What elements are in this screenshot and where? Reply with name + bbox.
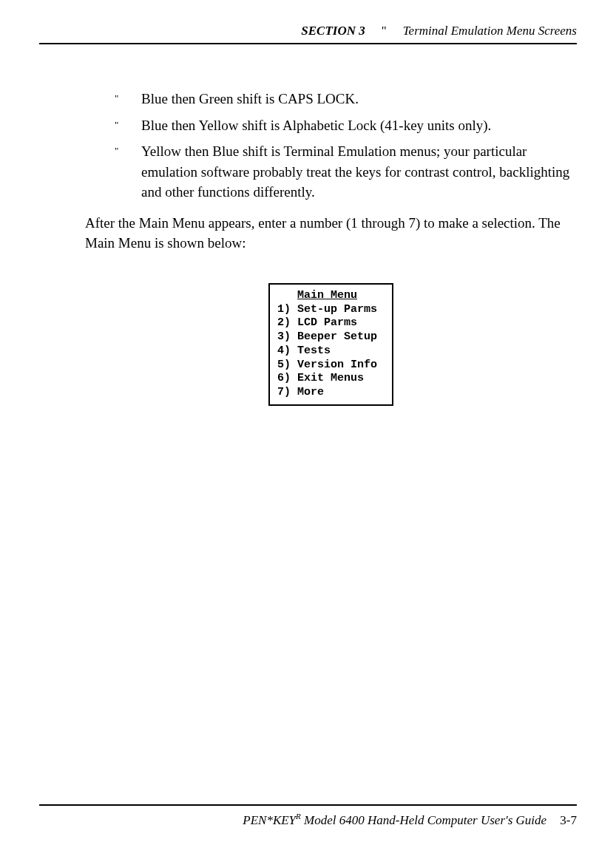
page-header: SECTION 3 " Terminal Emulation Menu Scre… [39,24,577,44]
menu-item: 2) LCD Parms [277,316,377,330]
page-footer: PEN*KEYR Model 6400 Hand-Held Computer U… [39,804,577,828]
bullet-item: " Yellow then Blue shift is Terminal Emu… [115,141,577,203]
bullet-item: " Blue then Yellow shift is Alphabetic L… [115,115,577,136]
page-number: 3-7 [560,813,577,827]
main-menu-box: Main Menu 1) Set-up Parms 2) LCD Parms 3… [268,283,393,406]
header-title: Terminal Emulation Menu Screens [403,24,577,38]
bullet-list: " Blue then Green shift is CAPS LOCK. " … [115,89,577,203]
menu-item: 5) Version Info [277,359,377,373]
menu-item: 3) Beeper Setup [277,330,377,344]
page-content: " Blue then Green shift is CAPS LOCK. " … [39,89,577,406]
footer-registered-mark: R [296,812,301,821]
bullet-marker-icon: " [115,141,141,203]
bullet-text: Blue then Yellow shift is Alphabetic Loc… [141,115,577,136]
menu-title: Main Menu [277,289,377,303]
menu-item: 1) Set-up Parms [277,303,377,317]
header-section-label: SECTION 3 [301,24,365,38]
bullet-item: " Blue then Green shift is CAPS LOCK. [115,89,577,109]
menu-item: 6) Exit Menus [277,372,377,386]
bullet-text: Yellow then Blue shift is Terminal Emula… [141,141,577,203]
bullet-text: Blue then Green shift is CAPS LOCK. [141,89,577,109]
menu-item: 4) Tests [277,344,377,359]
header-separator: " [382,24,387,38]
bullet-marker-icon: " [115,89,141,109]
bullet-marker-icon: " [115,115,141,136]
paragraph-text: After the Main Menu appears, enter a num… [85,213,577,254]
footer-guide-title: Model 6400 Hand-Held Computer User's Gui… [301,813,546,827]
menu-item: 7) More [277,386,377,400]
menu-box-wrapper: Main Menu 1) Set-up Parms 2) LCD Parms 3… [85,283,577,406]
footer-product: PEN*KEY [243,813,296,827]
